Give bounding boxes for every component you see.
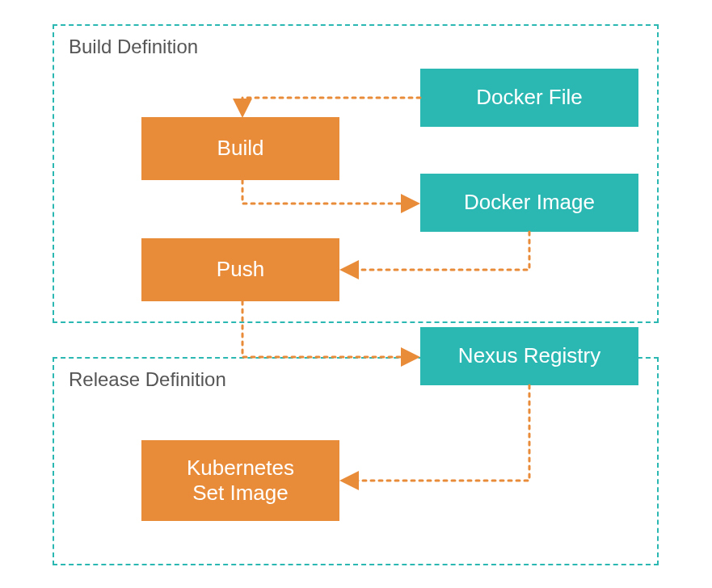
node-docker-image: Docker Image: [420, 174, 638, 232]
node-k8s-set-image: Kubernetes Set Image: [141, 440, 339, 521]
node-push-label: Push: [217, 257, 264, 282]
node-docker-file-label: Docker File: [476, 85, 582, 110]
node-k8s-set-image-label: Kubernetes Set Image: [187, 456, 294, 506]
node-nexus-registry: Nexus Registry: [420, 327, 638, 385]
node-push: Push: [141, 238, 339, 301]
node-nexus-registry-label: Nexus Registry: [458, 343, 600, 368]
node-docker-image-label: Docker Image: [464, 190, 595, 215]
node-build: Build: [141, 117, 339, 180]
node-build-label: Build: [217, 136, 264, 161]
diagram-canvas: Build Definition Release Definition Dock…: [0, 0, 712, 588]
node-docker-file: Docker File: [420, 69, 638, 127]
group-release-label: Release Definition: [69, 368, 226, 391]
group-build-label: Build Definition: [69, 36, 198, 58]
